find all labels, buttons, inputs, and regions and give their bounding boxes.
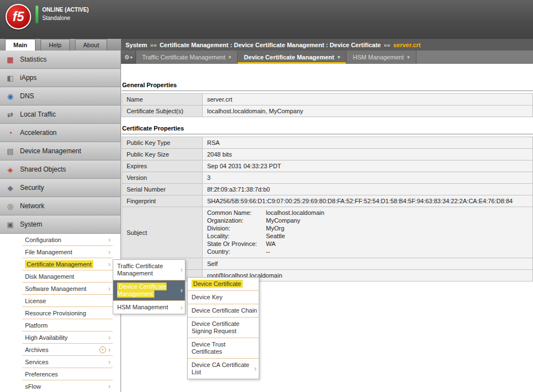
certificate-management-flyout: Traffic Certificate Management › Device … — [113, 259, 185, 314]
top-header: f5 ONLINE (ACTIVE) Standalone — [0, 0, 533, 39]
menu-item-label: Software Management — [25, 285, 87, 292]
table-row-subject: Subject Common Name: localhost.localdoma… — [122, 207, 533, 258]
menu-item-label: Disk Management — [25, 273, 74, 280]
breadcrumb: System »» Certificate Management : Devic… — [121, 39, 533, 51]
row-value: SHA256/5B:59:66:D1:C9:07:00:25:29:69:80:… — [203, 195, 533, 207]
tab-help[interactable]: Help — [41, 39, 70, 51]
plus-icon: + — [99, 346, 106, 353]
sidebar-item-acceleration[interactable]: ◔ Acceleration — [0, 124, 120, 142]
sidebar-item-network[interactable]: ◎ Network — [0, 197, 120, 215]
sidebar-item-label: Device Management — [20, 147, 81, 155]
subject-val: MyOrg — [266, 225, 528, 232]
flyout-item-device-key[interactable]: Device Key — [188, 291, 259, 304]
online-status-indicator — [36, 6, 38, 23]
sidebar-item-dns[interactable]: ◉ DNS — [0, 87, 120, 105]
chevron-right-icon: › — [180, 287, 183, 294]
chevron-right-icon: › — [108, 261, 110, 268]
statistics-icon: ▦ — [6, 56, 15, 64]
subnav-tab-hsm-management[interactable]: HSM Management ▾ — [346, 51, 416, 64]
table-row: Public Key Type RSA — [122, 137, 533, 149]
menu-item-label: High Availability — [25, 334, 68, 341]
subnav-tab-label: Device Certificate Management — [244, 54, 334, 61]
row-label: Fingerprint — [122, 195, 203, 207]
menu-item-certificate-management[interactable]: Certificate Management › — [22, 258, 113, 270]
flyout-item-device-certificate[interactable]: Device Certificate — [188, 278, 259, 291]
flyout-item-device-certificate-signing-request[interactable]: Device Certificate Signing Request — [188, 318, 259, 338]
sidebar-item-statistics[interactable]: ▦ Statistics — [0, 51, 120, 69]
general-properties-header: General Properties — [122, 82, 533, 91]
flyout-item-label: Device Trust Certificates — [192, 341, 225, 355]
menu-item-label: License — [25, 298, 46, 304]
subject-val: localhost.localdomain — [266, 209, 528, 217]
breadcrumb-path[interactable]: Certificate Management : Device Certific… — [159, 42, 381, 48]
flyout-item-device-trust-certificates[interactable]: Device Trust Certificates — [188, 338, 259, 359]
chevron-right-icon: › — [254, 365, 257, 373]
flyout-item-label: Device Key — [192, 294, 223, 300]
subnav-tab-label: HSM Management — [353, 54, 404, 61]
options-gear-button[interactable]: ⚙▾ — [121, 51, 136, 64]
menu-item-sflow[interactable]: sFlow › — [22, 380, 113, 392]
table-row: Fingerprint SHA256/5B:59:66:D1:C9:07:00:… — [122, 195, 533, 207]
menu-item-preferences[interactable]: Preferences — [22, 368, 113, 380]
menu-item-license[interactable]: License — [22, 295, 113, 307]
sidebar-item-label: Network — [20, 202, 44, 210]
flyout-item-device-certificate-management[interactable]: Device Certificate Management › — [113, 280, 185, 301]
chevron-right-icon: › — [180, 304, 183, 311]
menu-item-services[interactable]: Services › — [22, 356, 113, 368]
table-row: Name server.crt — [122, 94, 533, 105]
subnav-tab-traffic-certificate-management[interactable]: Traffic Certificate Management ▾ — [136, 51, 238, 64]
sidebar-item-label: Shared Objects — [20, 165, 66, 173]
tab-main[interactable]: Main — [5, 39, 36, 51]
menu-item-platform[interactable]: Platform — [22, 319, 113, 331]
menu-item-archives[interactable]: Archives + › — [22, 344, 113, 356]
system-icon: ▣ — [6, 220, 15, 229]
sidebar-item-label: Security — [20, 184, 44, 192]
sidebar-item-iapps[interactable]: ◧ iApps — [0, 69, 120, 87]
sidebar-item-label: Acceleration — [20, 129, 57, 137]
chevron-down-icon: ▾ — [407, 54, 410, 60]
subnav-tab-device-certificate-management[interactable]: Device Certificate Management ▾ — [238, 51, 346, 64]
device-status: ONLINE (ACTIVE) Standalone — [42, 7, 89, 21]
subject-value: Common Name: localhost.localdomain Organ… — [203, 207, 533, 258]
sidebar-item-label: Statistics — [20, 56, 47, 63]
flyout-item-device-ca-certificate-list[interactable]: Device CA Certificate List › — [188, 359, 259, 379]
menu-item-disk-management[interactable]: Disk Management — [22, 270, 113, 283]
network-icon: ◎ — [6, 202, 15, 210]
sidebar-item-shared-objects[interactable]: ◈ Shared Objects — [0, 160, 120, 179]
status-primary: ONLINE (ACTIVE) — [42, 7, 89, 13]
flyout-item-hsm-management[interactable]: HSM Management › — [113, 301, 185, 314]
chevron-right-icon: › — [108, 285, 110, 292]
table-row: Serial Number 8f:2f:09:a3:71:38:7d:b0 — [122, 184, 533, 195]
menu-item-resource-provisioning[interactable]: Resource Provisioning — [22, 307, 113, 319]
menu-item-label: Services — [25, 359, 48, 365]
row-label: Expires — [122, 160, 203, 172]
f5-bigip-page: f5 ONLINE (ACTIVE) Standalone Main Help … — [0, 0, 533, 392]
tab-about[interactable]: About — [75, 39, 108, 51]
chevron-right-icon: › — [108, 359, 110, 365]
f5-logo[interactable]: f5 — [6, 4, 31, 29]
flyout-item-label: Device Certificate Signing Request — [192, 320, 239, 334]
sidebar-item-device-management[interactable]: ▤ Device Management — [0, 142, 120, 160]
row-label: Certificate Subject(s) — [122, 105, 203, 117]
menu-item-label: sFlow — [25, 383, 41, 390]
sidebar-item-label: iApps — [20, 74, 37, 82]
iapps-icon: ◧ — [6, 74, 15, 82]
subject-key: Country: — [207, 248, 266, 255]
menu-item-label: Certificate Management — [25, 260, 93, 268]
subject-key: State Or Province: — [207, 240, 266, 248]
sidebar-item-security[interactable]: ◆ Security — [0, 179, 120, 197]
row-value: Sep 04 2031 04:33:23 PDT — [203, 160, 533, 172]
chevron-down-icon: ▾ — [229, 54, 232, 60]
breadcrumb-root[interactable]: System — [125, 42, 147, 48]
acceleration-gauge-icon: ◔ — [6, 129, 15, 137]
menu-item-file-management[interactable]: File Management › — [22, 246, 113, 258]
sidebar-item-system[interactable]: ▣ System — [0, 215, 120, 234]
menu-item-high-availability[interactable]: High Availability › — [22, 331, 113, 344]
table-row: Certificate Subject(s) localhost.localdo… — [122, 105, 533, 117]
menu-item-software-management[interactable]: Software Management › — [22, 283, 113, 295]
flyout-item-traffic-certificate-management[interactable]: Traffic Certificate Management › — [113, 260, 185, 280]
flyout-item-device-certificate-chain[interactable]: Device Certificate Chain — [188, 304, 259, 318]
sidebar-item-local-traffic[interactable]: ⇄ Local Traffic — [0, 105, 120, 124]
menu-item-configuration[interactable]: Configuration › — [22, 234, 113, 246]
menu-item-label: Configuration — [25, 237, 61, 243]
